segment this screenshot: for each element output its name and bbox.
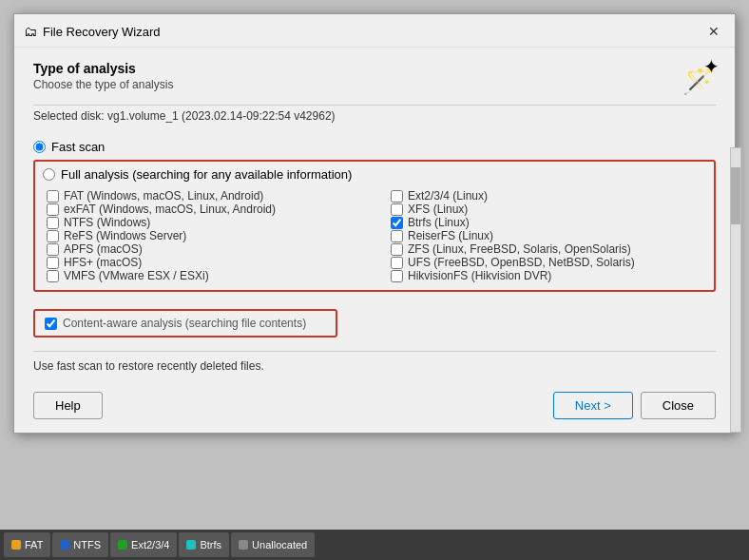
hint-text: Use fast scan to restore recently delete… (33, 351, 716, 373)
taskbar-item-ntfs[interactable]: NTFS (52, 532, 108, 557)
taskbar-item-unallocated[interactable]: Unallocated (231, 532, 315, 557)
fs-hikvision[interactable]: HikvisionFS (Hikvision DVR) (391, 269, 706, 282)
fs-exfat[interactable]: exFAT (Windows, macOS, Linux, Android) (47, 203, 362, 216)
fs-xfs[interactable]: XFS (Linux) (391, 203, 706, 216)
taskbar-label-ext: Ext2/3/4 (131, 539, 169, 550)
fs-ufs-checkbox[interactable] (391, 257, 403, 269)
scrollbar-thumb[interactable] (731, 167, 740, 224)
next-button[interactable]: Next > (553, 392, 633, 419)
fs-vmfs-checkbox[interactable] (47, 270, 59, 282)
fs-fat-checkbox[interactable] (47, 190, 59, 203)
fs-ntfs-checkbox[interactable] (47, 217, 59, 229)
fs-reiserfs-checkbox[interactable] (391, 230, 403, 242)
taskbar-dot-ext (118, 540, 127, 550)
filesystem-grid: FAT (Windows, macOS, Linux, Android) exF… (43, 189, 706, 282)
fs-fat[interactable]: FAT (Windows, macOS, Linux, Android) (47, 189, 362, 203)
scrollbar[interactable] (730, 147, 741, 433)
fs-reiserfs[interactable]: ReiserFS (Linux) (391, 229, 706, 242)
taskbar-dot-ntfs (60, 540, 69, 550)
fs-zfs-checkbox[interactable] (391, 243, 403, 256)
content-aware-checkbox[interactable] (45, 318, 57, 330)
help-button[interactable]: Help (33, 392, 103, 419)
content-aware-label: Content-aware analysis (searching file c… (63, 317, 306, 330)
filesystem-left-col: FAT (Windows, macOS, Linux, Android) exF… (47, 189, 362, 282)
selected-disk-label: Selected disk: vg1.volume_1 (2023.02.14-… (33, 105, 716, 128)
fs-ext234[interactable]: Ext2/3/4 (Linux) (391, 189, 706, 203)
fs-apfs-checkbox[interactable] (47, 243, 59, 256)
wizard-icon: 🪄✦ (682, 61, 716, 95)
fs-hikvision-checkbox[interactable] (391, 270, 403, 282)
fs-ntfs[interactable]: NTFS (Windows) (47, 216, 362, 229)
fs-xfs-checkbox[interactable] (391, 203, 403, 216)
taskbar-item-btrfs[interactable]: Btrfs (179, 532, 229, 557)
dialog-title: File Recovery Wizard (43, 25, 161, 39)
button-bar: Help Next > Close (14, 382, 735, 433)
title-bar: 🗂 File Recovery Wizard ✕ (14, 14, 735, 48)
fs-apfs[interactable]: APFS (macOS) (47, 242, 362, 256)
fs-hfsplus-checkbox[interactable] (47, 257, 59, 269)
taskbar-label-ntfs: NTFS (73, 539, 101, 550)
content-aware-box: Content-aware analysis (searching file c… (33, 309, 337, 338)
fs-refs-checkbox[interactable] (47, 230, 59, 242)
taskbar-item-ext[interactable]: Ext2/3/4 (110, 532, 177, 557)
fs-vmfs[interactable]: VMFS (VMware ESX / ESXi) (47, 269, 362, 282)
filesystem-right-col: Ext2/3/4 (Linux) XFS (Linux) Btrfs (Linu… (391, 189, 706, 282)
taskbar-dot-unallocated (239, 540, 248, 550)
taskbar-label-btrfs: Btrfs (200, 539, 221, 550)
taskbar-dot-fat (11, 540, 21, 550)
taskbar-label-unallocated: Unallocated (252, 539, 307, 550)
full-analysis-box: Full analysis (searching for any availab… (33, 160, 716, 292)
fs-refs[interactable]: ReFS (Windows Server) (47, 229, 362, 242)
close-icon-button[interactable]: ✕ (704, 22, 723, 41)
fast-scan-option[interactable]: Fast scan (33, 140, 716, 154)
close-button[interactable]: Close (641, 392, 716, 419)
fs-btrfs-checkbox[interactable] (391, 217, 403, 229)
full-analysis-label: Full analysis (searching for any availab… (61, 167, 352, 182)
app-icon: 🗂 (24, 24, 37, 39)
section-subtitle: Choose the type of analysis (33, 78, 173, 91)
taskbar-item-fat[interactable]: FAT (4, 532, 50, 557)
section-title: Type of analysis (33, 61, 173, 76)
full-analysis-option[interactable]: Full analysis (searching for any availab… (43, 167, 706, 182)
full-analysis-radio[interactable] (43, 168, 55, 181)
fast-scan-label: Fast scan (51, 140, 105, 154)
fs-exfat-checkbox[interactable] (47, 203, 59, 216)
fs-ext234-checkbox[interactable] (391, 190, 403, 203)
fs-btrfs[interactable]: Btrfs (Linux) (391, 216, 706, 229)
fs-zfs[interactable]: ZFS (Linux, FreeBSD, Solaris, OpenSolari… (391, 242, 706, 256)
fs-hfsplus[interactable]: HFS+ (macOS) (47, 256, 362, 269)
taskbar-dot-btrfs (186, 540, 196, 550)
taskbar: FAT NTFS Ext2/3/4 Btrfs Unallocated (0, 530, 749, 560)
fs-ufs[interactable]: UFS (FreeBSD, OpenBSD, NetBSD, Solaris) (391, 256, 706, 269)
fast-scan-radio[interactable] (33, 141, 46, 153)
taskbar-label-fat: FAT (25, 539, 43, 550)
